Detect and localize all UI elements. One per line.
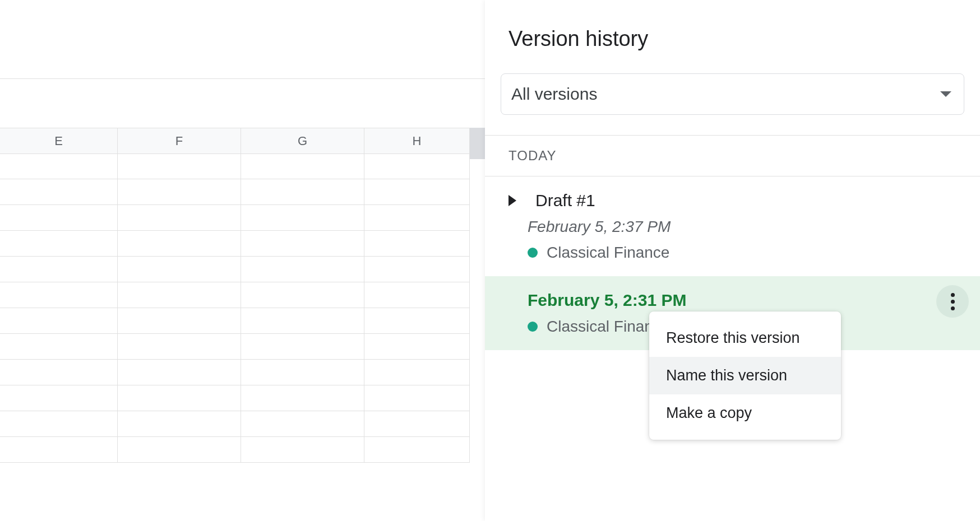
- grid-row: [0, 411, 485, 437]
- cell[interactable]: [241, 257, 364, 282]
- cell[interactable]: [241, 308, 364, 334]
- cell[interactable]: [0, 385, 118, 411]
- version-item[interactable]: Draft #1 February 5, 2:37 PM Classical F…: [485, 176, 980, 276]
- cell[interactable]: [118, 179, 241, 205]
- cell[interactable]: [364, 231, 470, 257]
- cell[interactable]: [364, 153, 470, 179]
- cell[interactable]: [118, 360, 241, 385]
- menu-name-version[interactable]: Name this version: [649, 357, 841, 394]
- cell[interactable]: [241, 411, 364, 437]
- menu-restore-version[interactable]: Restore this version: [649, 319, 841, 357]
- spreadsheet-area: E F G H: [0, 0, 485, 521]
- cell[interactable]: [118, 411, 241, 437]
- author-color-dot-icon: [528, 248, 538, 258]
- column-header-row: E F G H: [0, 128, 485, 153]
- cell[interactable]: [118, 334, 241, 360]
- menu-make-copy[interactable]: Make a copy: [649, 394, 841, 432]
- cell[interactable]: [364, 411, 470, 437]
- cell[interactable]: [118, 205, 241, 231]
- cell[interactable]: [118, 231, 241, 257]
- cell[interactable]: [364, 179, 470, 205]
- cell[interactable]: [241, 437, 364, 463]
- version-title: Draft #1: [535, 191, 595, 210]
- cell[interactable]: [0, 231, 118, 257]
- cell[interactable]: [0, 205, 118, 231]
- cell[interactable]: [241, 179, 364, 205]
- cell[interactable]: [0, 257, 118, 282]
- cell[interactable]: [364, 205, 470, 231]
- grid-row: [0, 360, 485, 385]
- cell[interactable]: [241, 205, 364, 231]
- cell[interactable]: [118, 385, 241, 411]
- expand-triangle-icon[interactable]: [509, 195, 516, 206]
- more-vertical-icon: [951, 293, 955, 310]
- cell[interactable]: [241, 360, 364, 385]
- grid-row: [0, 437, 485, 463]
- grid-row: [0, 385, 485, 411]
- chevron-down-icon: [940, 91, 951, 97]
- cell[interactable]: [241, 385, 364, 411]
- version-timestamp: February 5, 2:37 PM: [528, 218, 980, 236]
- cell[interactable]: [364, 334, 470, 360]
- grid-row: [0, 257, 485, 282]
- version-filter-dropdown[interactable]: All versions: [501, 73, 964, 115]
- column-header-g[interactable]: G: [241, 128, 364, 154]
- cell[interactable]: [118, 437, 241, 463]
- column-header-f[interactable]: F: [118, 128, 241, 154]
- cell[interactable]: [118, 257, 241, 282]
- grid-row: [0, 179, 485, 205]
- version-history-sidebar: Version history All versions TODAY Draft…: [485, 0, 980, 521]
- cell[interactable]: [0, 411, 118, 437]
- cell[interactable]: [0, 282, 118, 308]
- grid-row: [0, 231, 485, 257]
- cell[interactable]: [118, 308, 241, 334]
- version-context-menu: Restore this version Name this version M…: [649, 311, 841, 440]
- author-color-dot-icon: [528, 322, 538, 332]
- cell[interactable]: [364, 282, 470, 308]
- cell[interactable]: [241, 334, 364, 360]
- section-label: TODAY: [485, 136, 980, 176]
- filter-selected-label: All versions: [511, 85, 597, 104]
- cell[interactable]: [241, 153, 364, 179]
- grid-row: [0, 153, 485, 179]
- cell[interactable]: [0, 153, 118, 179]
- grid-row: [0, 308, 485, 334]
- cell[interactable]: [241, 282, 364, 308]
- more-actions-button[interactable]: [936, 285, 969, 318]
- cell[interactable]: [0, 360, 118, 385]
- cell[interactable]: [364, 360, 470, 385]
- grid-row: [0, 282, 485, 308]
- cell[interactable]: [118, 153, 241, 179]
- cell[interactable]: [0, 437, 118, 463]
- cell[interactable]: [0, 308, 118, 334]
- grid-row: [0, 205, 485, 231]
- cell[interactable]: [364, 385, 470, 411]
- version-title: February 5, 2:31 PM: [528, 291, 686, 310]
- cell[interactable]: [364, 257, 470, 282]
- grid-rows: [0, 153, 485, 463]
- cell[interactable]: [241, 231, 364, 257]
- sidebar-title: Version history: [485, 0, 980, 51]
- version-author: Classical Finance: [547, 244, 669, 262]
- column-header-e[interactable]: E: [0, 128, 118, 154]
- cell[interactable]: [118, 282, 241, 308]
- column-header-h[interactable]: H: [364, 128, 470, 154]
- cell[interactable]: [0, 334, 118, 360]
- grid-row: [0, 334, 485, 360]
- cell[interactable]: [364, 308, 470, 334]
- toolbar-divider: [0, 78, 485, 79]
- cell[interactable]: [364, 437, 470, 463]
- cell[interactable]: [0, 179, 118, 205]
